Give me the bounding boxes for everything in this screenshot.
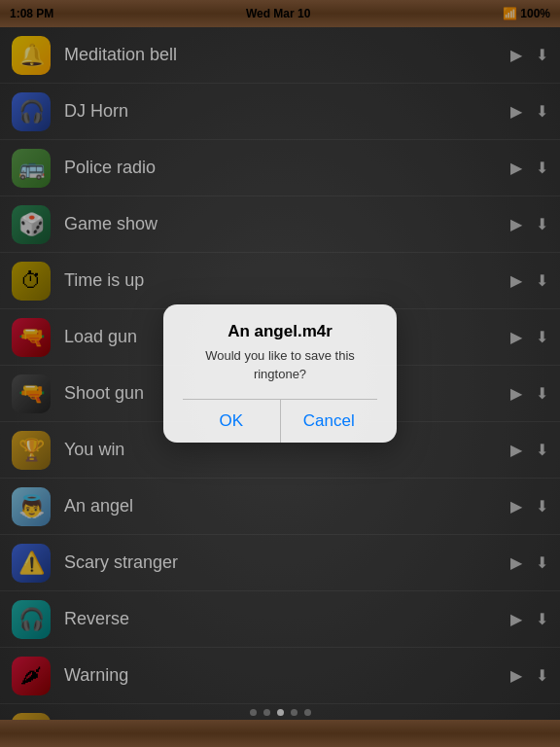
dialog-ok-button[interactable]: OK: [183, 400, 280, 443]
dialog-title: An angel.m4r: [183, 322, 377, 341]
dialog-overlay: An angel.m4r Would you like to save this…: [0, 0, 560, 747]
dialog-buttons: OK Cancel: [183, 399, 377, 443]
dialog-cancel-button[interactable]: Cancel: [280, 400, 378, 443]
save-dialog: An angel.m4r Would you like to save this…: [163, 304, 397, 442]
dialog-message: Would you like to save this ringtone?: [183, 347, 377, 382]
